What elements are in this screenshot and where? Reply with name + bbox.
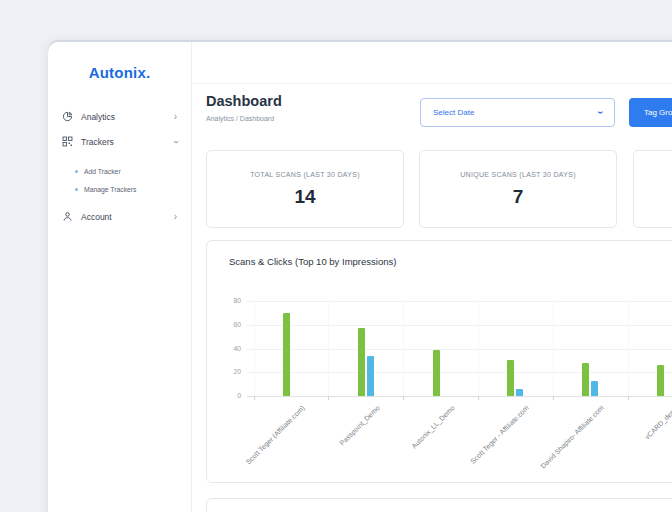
- stat-value: 14: [294, 186, 315, 208]
- x-axis-tick: [403, 396, 404, 400]
- vertical-gridline: [254, 301, 255, 396]
- gridline: [247, 301, 672, 302]
- y-axis-tick-label: 60: [207, 321, 241, 328]
- sidebar-subitem-add-tracker[interactable]: Add Tracker: [48, 162, 191, 180]
- sidebar-subitem-manage-trackers[interactable]: Manage Trackers: [48, 180, 191, 198]
- sidebar-item-label: Account: [81, 212, 174, 222]
- bullet-icon: [75, 170, 78, 173]
- stat-label: UNIQUE SCANS (LAST 30 DAYS): [460, 171, 576, 178]
- qr-code-icon: [62, 136, 73, 147]
- sidebar-menu: Analytics › Trackers › A: [48, 104, 191, 229]
- y-axis-tick-label: 20: [207, 368, 241, 375]
- gridline: [247, 396, 672, 397]
- stat-card-unique-scans: UNIQUE SCANS (LAST 30 DAYS) 7: [419, 150, 617, 228]
- sidebar-item-label: Analytics: [81, 112, 174, 122]
- user-icon: [62, 211, 73, 222]
- bar-scans: [582, 363, 589, 396]
- subitem-label: Add Tracker: [84, 168, 121, 175]
- vertical-gridline: [328, 301, 329, 396]
- bar-scans: [507, 360, 514, 396]
- sidebar-item-account[interactable]: Account ›: [48, 204, 191, 229]
- stat-card-total-scans: TOTAL SCANS (LAST 30 DAYS) 14: [206, 150, 404, 228]
- vertical-gridline: [403, 301, 404, 396]
- x-axis-category-label: vCARD_demo: [583, 404, 672, 501]
- app-window: Autonix. Analytics ›: [48, 42, 672, 512]
- gridline: [247, 349, 672, 350]
- sidebar-item-analytics[interactable]: Analytics ›: [48, 104, 191, 129]
- x-axis-tick: [328, 396, 329, 400]
- bar-clicks: [516, 389, 523, 396]
- tag-groups-button[interactable]: Tag Groups: [629, 98, 672, 127]
- gridline: [247, 372, 672, 373]
- bar-chart-plot: 020406080Scott Teger (Affiliate.com)Pass…: [207, 241, 672, 482]
- page-head: Dashboard Analytics / Dashboard: [206, 93, 282, 122]
- x-axis-category-label: Passpoint_Demo: [284, 404, 381, 501]
- sidebar-item-label: Trackers: [81, 137, 174, 147]
- bar-scans: [433, 350, 440, 396]
- vertical-gridline: [478, 301, 479, 396]
- trackers-submenu: Add Tracker Manage Trackers: [48, 162, 191, 198]
- pie-chart-icon: [62, 111, 73, 122]
- scans-clicks-chart-card: Scans & Clicks (Top 10 by Impressions) 0…: [206, 240, 672, 483]
- bar-clicks: [591, 381, 598, 396]
- app-logo: Autonix.: [48, 64, 191, 81]
- y-axis-tick-label: 0: [207, 392, 241, 399]
- sidebar: Autonix. Analytics ›: [48, 42, 192, 512]
- select-date-label: Select Date: [433, 108, 599, 117]
- subitem-label: Manage Trackers: [84, 186, 137, 193]
- chevron-right-icon: ›: [174, 112, 177, 122]
- sidebar-item-trackers[interactable]: Trackers ›: [48, 129, 191, 154]
- stat-label: TOTAL SCANS (LAST 30 DAYS): [250, 171, 360, 178]
- x-axis-tick: [254, 396, 255, 400]
- bar-scans: [283, 313, 290, 396]
- bar-clicks: [367, 356, 374, 396]
- x-axis-tick: [553, 396, 554, 400]
- gridline: [247, 325, 672, 326]
- chevron-right-icon: ›: [174, 212, 177, 222]
- stat-value: 7: [513, 186, 524, 208]
- breadcrumb: Analytics / Dashboard: [206, 115, 282, 122]
- x-axis-tick: [628, 396, 629, 400]
- y-axis-tick-label: 40: [207, 345, 241, 352]
- bar-scans: [657, 365, 664, 396]
- page-title: Dashboard: [206, 93, 282, 109]
- vertical-gridline: [628, 301, 629, 396]
- bar-scans: [358, 328, 365, 396]
- select-date-dropdown[interactable]: Select Date ›: [420, 98, 615, 127]
- chevron-down-icon: ›: [595, 111, 606, 114]
- stat-card-partial: [633, 150, 672, 228]
- y-axis-tick-label: 80: [207, 297, 241, 304]
- x-axis-tick: [478, 396, 479, 400]
- next-card-partial: [206, 498, 672, 512]
- main-content: Dashboard Analytics / Dashboard Select D…: [192, 42, 672, 512]
- x-axis-category-label: David Shapiro- Affiliate.com: [508, 404, 605, 501]
- bullet-icon: [75, 188, 78, 191]
- chevron-down-icon: ›: [170, 140, 180, 143]
- topbar: [192, 42, 672, 84]
- vertical-gridline: [553, 301, 554, 396]
- x-axis-category-label: Scott Teger (Affiliate.com): [209, 404, 306, 501]
